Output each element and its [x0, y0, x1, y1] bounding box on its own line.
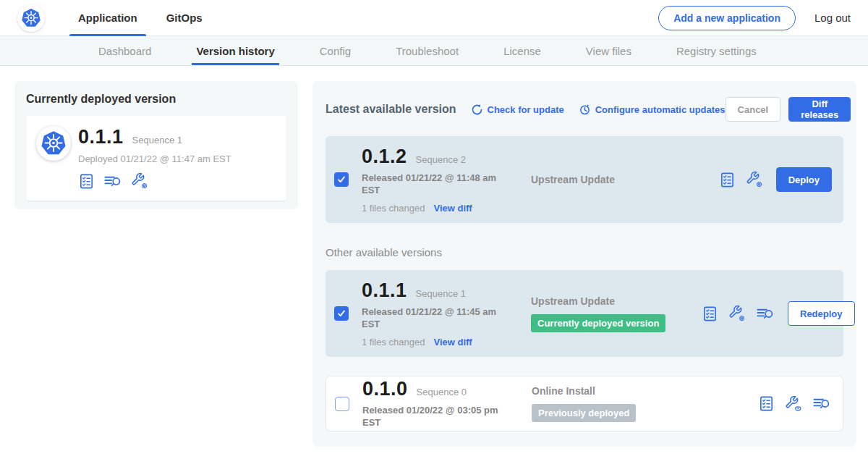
latest-version-panel: Latest available version Check for updat… — [312, 81, 856, 447]
deploy-logs-icon[interactable] — [756, 306, 775, 322]
released-timestamp: Released 01/21/22 @ 11:45 am EST — [362, 306, 501, 331]
redeploy-button[interactable]: Redeploy — [788, 301, 855, 326]
subnav-dashboard[interactable]: Dashboard — [98, 36, 151, 65]
previously-deployed-badge: Previously deployed — [532, 404, 636, 422]
active-subnav-underline — [192, 63, 278, 65]
preflight-checklist-icon[interactable] — [719, 172, 736, 188]
deployed-timestamp: Deployed 01/21/22 @ 11:47 am EST — [78, 153, 231, 164]
kubernetes-app-icon — [36, 126, 71, 161]
deploy-button[interactable]: Deploy — [776, 167, 832, 192]
deployed-panel-title: Currently deployed version — [26, 93, 286, 106]
version-number: 0.1.0 — [362, 378, 408, 400]
version-sequence: Sequence 2 — [416, 154, 466, 165]
subnav-config[interactable]: Config — [320, 36, 351, 65]
diff-releases-button[interactable]: Diff releases — [788, 97, 851, 122]
subnav-registry-settings[interactable]: Registry settings — [676, 36, 757, 65]
configure-automatic-updates-link[interactable]: Configure automatic updates — [579, 104, 726, 116]
other-versions-title: Other available versions — [326, 246, 843, 258]
preflight-checklist-icon[interactable] — [702, 306, 718, 322]
edit-config-icon[interactable] — [728, 305, 746, 322]
logout-button[interactable]: Log out — [814, 12, 851, 24]
kubernetes-logo — [17, 4, 45, 32]
app-sub-nav: Dashboard Version history Config Trouble… — [0, 36, 868, 66]
version-row-0-1-1: 0.1.1 Sequence 1 Released 01/21/22 @ 11:… — [326, 270, 843, 357]
deployed-version-sequence: Sequence 1 — [132, 135, 182, 146]
subnav-license[interactable]: License — [503, 36, 541, 65]
latest-version-title: Latest available version — [326, 103, 456, 116]
auto-update-icon — [579, 104, 591, 116]
kots-admin-console: Application GitOps Add a new application… — [0, 0, 868, 459]
view-config-icon[interactable] — [785, 395, 802, 413]
tab-application-label: Application — [78, 12, 137, 24]
files-changed-label: 1 files changed — [362, 337, 425, 348]
released-timestamp: Released 01/20/22 @ 03:05 pm EST — [362, 405, 501, 429]
top-nav: Application GitOps Add a new application… — [0, 0, 868, 36]
version-sequence: Sequence 1 — [416, 288, 466, 299]
deployed-version-number: 0.1.1 — [78, 126, 124, 148]
tab-gitops-label: GitOps — [166, 12, 203, 24]
check-for-update-link[interactable]: Check for update — [471, 104, 564, 116]
released-timestamp: Released 01/21/22 @ 11:48 am EST — [362, 172, 501, 197]
currently-deployed-badge: Currently deployed version — [531, 314, 665, 332]
deploy-logs-icon[interactable] — [812, 395, 831, 412]
main-content: Currently deployed version — [0, 66, 868, 458]
edit-config-icon[interactable] — [131, 172, 148, 190]
version-checkbox[interactable] — [334, 306, 349, 321]
subnav-version-history[interactable]: Version history — [196, 36, 274, 65]
version-sequence: Sequence 0 — [417, 387, 467, 397]
version-source: Online Install — [532, 385, 702, 397]
version-checkbox[interactable] — [335, 397, 349, 411]
edit-config-icon[interactable] — [746, 171, 763, 188]
deployed-version-card: 0.1.1 Sequence 1 Deployed 01/21/22 @ 11:… — [26, 116, 286, 201]
preflight-checklist-icon[interactable] — [758, 395, 775, 412]
add-new-application-button[interactable]: Add a new application — [658, 6, 796, 30]
view-diff-link[interactable]: View diff — [433, 203, 472, 214]
version-row-0-1-0: 0.1.0 Sequence 0 Released 01/20/22 @ 03:… — [326, 376, 843, 431]
version-number: 0.1.1 — [362, 279, 407, 302]
files-changed-label: 1 files changed — [362, 203, 425, 214]
latest-version-header: Latest available version Check for updat… — [324, 93, 845, 125]
version-row-0-1-2: 0.1.2 Sequence 2 Released 01/21/22 @ 11:… — [326, 136, 843, 223]
view-diff-link[interactable]: View diff — [433, 337, 472, 348]
subnav-troubleshoot[interactable]: Troubleshoot — [396, 36, 459, 65]
currently-deployed-panel: Currently deployed version — [14, 81, 298, 209]
deploy-logs-icon[interactable] — [103, 173, 122, 190]
version-number: 0.1.2 — [362, 146, 407, 168]
version-checkbox[interactable] — [334, 172, 349, 187]
tab-gitops[interactable]: GitOps — [158, 0, 211, 36]
subnav-view-files[interactable]: View files — [586, 36, 631, 65]
check-update-icon — [471, 104, 483, 116]
tab-application[interactable]: Application — [69, 0, 146, 36]
cancel-button[interactable]: Cancel — [726, 97, 781, 122]
version-source: Upstream Update — [531, 295, 702, 307]
version-source: Upstream Update — [531, 174, 702, 185]
preflight-checklist-icon[interactable] — [78, 173, 95, 190]
